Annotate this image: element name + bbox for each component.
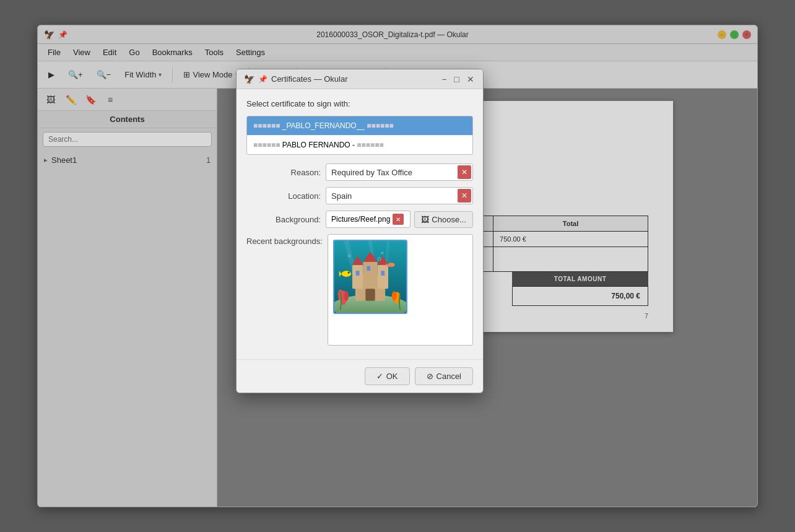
ok-button[interactable]: ✓ OK [365, 367, 410, 385]
dialog-body: Select certificate to sign with: ■■■■■■ … [237, 89, 483, 359]
svg-rect-7 [352, 265, 363, 289]
background-label: Background: [246, 215, 321, 224]
underwater-scene [334, 241, 406, 313]
background-file-row: Pictures/Reef.png ✕ 🖼 Choose... [326, 211, 473, 228]
dialog-pin-icon: 📌 [258, 75, 267, 84]
dialog-minimize-button[interactable]: − [440, 74, 448, 84]
cert-item-2[interactable]: ■■■■■■ PABLO FERNANDO - ■■■■■■ [247, 136, 472, 154]
reason-clear-button[interactable]: ✕ [458, 165, 471, 179]
dialog-title-text: Certificates — Okular [271, 74, 348, 84]
background-file-name: Pictures/Reef.png ✕ [326, 211, 411, 228]
ok-label: OK [386, 372, 398, 381]
cert-item-1[interactable]: ■■■■■■ _PABLO_FERNANDO__ ■■■■■■ [247, 116, 472, 136]
cancel-label: Cancel [437, 372, 461, 381]
svg-point-24 [388, 263, 395, 267]
background-file-text: Pictures/Reef.png [331, 215, 390, 224]
certificates-dialog: 🦅 📌 Certificates — Okular − □ ✕ Select c… [236, 69, 484, 393]
dialog-title-controls: − □ ✕ [440, 74, 476, 84]
choose-button[interactable]: 🖼 Choose... [414, 211, 473, 228]
svg-point-21 [341, 271, 350, 277]
choose-icon: 🖼 [421, 215, 429, 224]
app-window: 🦅 📌 2016000033_OSOR_Digitaliza-t.pdf — O… [37, 25, 758, 507]
svg-rect-14 [381, 271, 384, 276]
dialog-maximize-button[interactable]: □ [453, 74, 461, 84]
svg-rect-11 [363, 262, 377, 280]
svg-rect-15 [367, 266, 370, 271]
choose-label: Choose... [432, 215, 466, 224]
svg-rect-13 [356, 271, 360, 276]
cert-name-1: ■■■■■■ _PABLO_FERNANDO__ ■■■■■■ [253, 121, 466, 130]
svg-point-18 [344, 291, 349, 300]
svg-rect-6 [365, 289, 375, 300]
dialog-subtitle: Select certificate to sign with: [246, 99, 473, 108]
svg-point-23 [348, 272, 350, 274]
location-input-wrap: ✕ [326, 187, 473, 204]
dialog-title-left: 🦅 📌 Certificates — Okular [244, 74, 348, 84]
cert-name-2: ■■■■■■ PABLO FERNANDO - ■■■■■■ [253, 141, 466, 149]
recent-thumbnail-1[interactable] [333, 240, 407, 314]
reason-row: Reason: ✕ [246, 164, 473, 181]
svg-rect-8 [377, 265, 388, 289]
recent-backgrounds-row: Recent backgrounds: [246, 234, 473, 346]
ok-check-icon: ✓ [376, 372, 383, 381]
dialog-app-icon: 🦅 [244, 74, 254, 84]
location-label: Location: [246, 191, 321, 201]
dialog-close-button[interactable]: ✕ [466, 74, 476, 84]
reason-input[interactable] [326, 165, 456, 180]
background-clear-button[interactable]: ✕ [393, 214, 404, 225]
cancel-icon: ⊘ [427, 372, 433, 381]
svg-point-20 [392, 291, 397, 300]
location-row: Location: ✕ [246, 187, 473, 204]
cancel-button[interactable]: ⊘ Cancel [415, 367, 473, 385]
background-row: Background: Pictures/Reef.png ✕ 🖼 Choose… [246, 211, 473, 228]
dialog-title-bar: 🦅 📌 Certificates — Okular − □ ✕ [237, 69, 483, 89]
dialog-footer: ✓ OK ⊘ Cancel [237, 359, 483, 393]
recent-backgrounds-grid [328, 234, 473, 346]
recent-label: Recent backgrounds: [246, 234, 323, 246]
reason-label: Reason: [246, 168, 321, 177]
certificate-list: ■■■■■■ _PABLO_FERNANDO__ ■■■■■■ ■■■■■■ P… [246, 116, 473, 155]
reason-input-wrap: ✕ [326, 164, 473, 181]
location-clear-button[interactable]: ✕ [458, 189, 471, 203]
location-input[interactable] [326, 188, 456, 204]
